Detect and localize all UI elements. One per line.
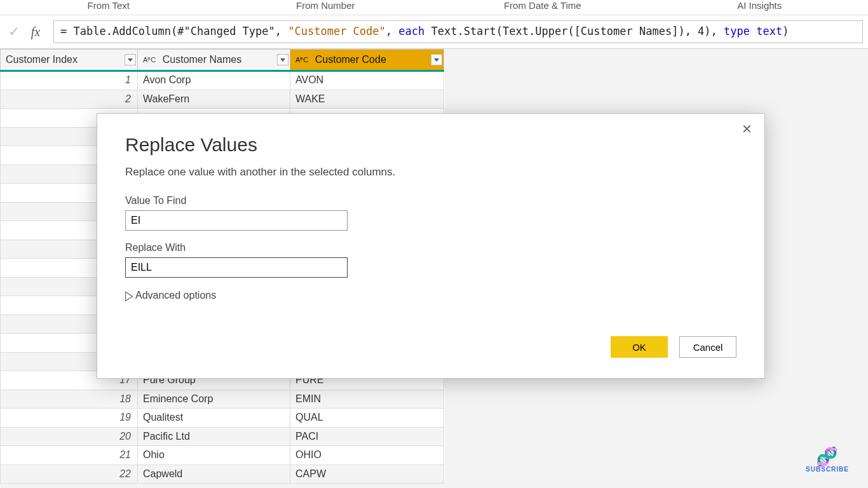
column-header-customer-names[interactable]: AᴮC Customer Names (138, 50, 290, 71)
cell-code[interactable]: WAKE (290, 90, 444, 109)
dialog-buttons: OK Cancel (611, 336, 736, 358)
type-text-icon: AᴮC (143, 56, 156, 64)
advanced-options-toggle[interactable]: ▷Advanced options (125, 289, 736, 301)
cell-index[interactable]: 1 (1, 71, 138, 90)
chevron-right-icon: ▷ (125, 287, 133, 303)
cell-code[interactable]: EMIN (290, 390, 444, 409)
cell-name[interactable]: Avon Corp (138, 71, 290, 90)
cell-name[interactable]: Qualitest (138, 409, 290, 428)
column-label: Customer Code (315, 54, 386, 65)
cell-code[interactable]: AVON (290, 71, 444, 90)
ribbon-tabs: From Text From Number From Date & Time A… (0, 0, 868, 15)
column-label: Customer Names (163, 54, 241, 65)
cell-index[interactable]: 21 (1, 446, 138, 465)
column-filter-icon[interactable] (277, 54, 288, 65)
table-row[interactable]: 18Eminence CorpEMIN (1, 390, 444, 409)
ribbon-tab-from-date-time[interactable]: From Date & Time (434, 0, 651, 15)
fx-icon[interactable]: fx (23, 25, 48, 39)
label-value-to-find: Value To Find (125, 195, 736, 207)
close-icon[interactable]: ✕ (739, 121, 754, 137)
cell-name[interactable]: Ohio (138, 446, 290, 465)
ok-button[interactable]: OK (611, 336, 668, 358)
dna-logo-icon: 🧬 (806, 448, 849, 466)
label-replace-with: Replace With (125, 242, 736, 254)
table-row[interactable]: 22CapweldCAPW (1, 464, 444, 484)
cancel-button[interactable]: Cancel (679, 336, 736, 358)
subscribe-badge: 🧬 SUBSCRIBE (806, 448, 849, 473)
ribbon-tab-from-text[interactable]: From Text (0, 0, 217, 15)
type-text-icon: AᴮC (295, 56, 308, 64)
value-to-find-input[interactable] (125, 210, 348, 231)
column-filter-icon[interactable] (125, 54, 136, 65)
table-row[interactable]: 19QualitestQUAL (1, 409, 444, 428)
ribbon-tab-from-number[interactable]: From Number (217, 0, 435, 15)
column-header-customer-index[interactable]: Customer Index (1, 50, 138, 71)
dialog-title: Replace Values (125, 134, 736, 156)
ribbon-tab-ai-insights[interactable]: AI Insights (651, 0, 869, 15)
table-row[interactable]: 2WakeFernWAKE (1, 90, 444, 109)
formula-text: = (60, 25, 73, 37)
column-filter-icon[interactable] (431, 54, 442, 65)
table-row[interactable]: 21OhioOHIO (1, 446, 444, 465)
cell-index[interactable]: 19 (1, 409, 138, 428)
column-label: Customer Index (6, 54, 78, 65)
cell-index[interactable]: 22 (1, 464, 138, 484)
cell-name[interactable]: Pacific Ltd (138, 427, 290, 446)
replace-values-dialog: ✕ Replace Values Replace one value with … (97, 113, 765, 379)
replace-with-input[interactable] (125, 257, 348, 278)
cell-index[interactable]: 18 (1, 390, 138, 409)
dialog-subtitle: Replace one value with another in the se… (125, 166, 736, 179)
apply-check-icon[interactable]: ✓ (5, 24, 23, 40)
cell-code[interactable]: CAPW (290, 464, 444, 484)
advanced-options-label: Advanced options (135, 290, 216, 301)
formula-bar: ✓ fx = Table.AddColumn(#"Changed Type", … (0, 15, 868, 49)
cell-index[interactable]: 2 (1, 90, 138, 109)
cell-name[interactable]: WakeFern (138, 90, 290, 109)
cell-code[interactable]: QUAL (290, 409, 444, 428)
cell-code[interactable]: PACI (290, 427, 444, 446)
subscribe-label: SUBSCRIBE (806, 466, 849, 473)
cell-name[interactable]: Capweld (138, 464, 290, 484)
table-row[interactable]: 1Avon CorpAVON (1, 71, 444, 90)
column-header-customer-code[interactable]: AᴮC Customer Code (290, 50, 444, 71)
formula-input[interactable]: = Table.AddColumn(#"Changed Type", "Cust… (53, 20, 863, 43)
cell-index[interactable]: 20 (1, 427, 138, 446)
cell-code[interactable]: OHIO (290, 446, 444, 465)
cell-name[interactable]: Eminence Corp (138, 390, 290, 409)
table-row[interactable]: 20Pacific LtdPACI (1, 427, 444, 446)
